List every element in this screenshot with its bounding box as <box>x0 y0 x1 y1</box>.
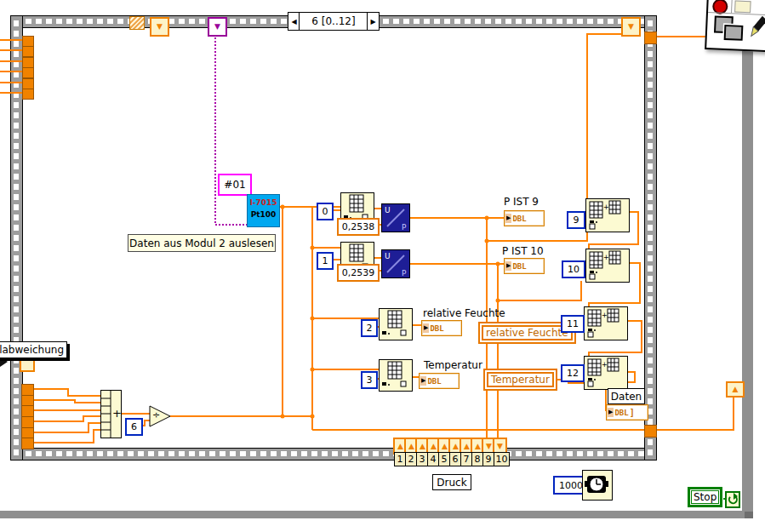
arrow-down-icon: ▼ <box>157 23 163 31</box>
arrow-up-icon: ▲ <box>464 443 470 450</box>
replace-array-node-11[interactable]: + <box>584 306 628 340</box>
p-ist-10-label: P IST 10 <box>502 245 544 257</box>
play-icon: ▶ <box>505 261 511 271</box>
p-ist-9-indicator[interactable]: ▶DBL <box>504 210 545 226</box>
arrow-up-icon: ▲ <box>453 443 459 450</box>
continue-arrow-icon <box>725 491 740 508</box>
arrow-up-icon: ▲ <box>431 443 437 450</box>
replace-index-constant-12[interactable]: 12 <box>561 364 585 382</box>
add-icon: + <box>112 407 122 420</box>
left-input-tunnel-3[interactable] <box>21 405 34 417</box>
index-constant-1[interactable]: 1 <box>317 252 334 270</box>
prev-icon: ◀ <box>291 18 296 26</box>
replace-array-icon: + <box>585 307 625 338</box>
module-name: I-7015 <box>248 197 279 209</box>
watch-icon <box>583 471 610 498</box>
set-color-tool-icon[interactable] <box>750 15 765 42</box>
i7015-module-node[interactable]: I-7015 Pt100 <box>247 194 280 227</box>
scale-block-0[interactable]: U P <box>381 203 410 236</box>
next-icon: ▶ <box>370 18 375 26</box>
index-array-node-2[interactable] <box>379 308 413 340</box>
play-icon: ▶ <box>608 408 614 417</box>
scale-block-1[interactable]: U P <box>381 249 410 282</box>
daten-label[interactable]: Daten <box>608 388 645 404</box>
svg-text:+: + <box>603 203 609 211</box>
left-tunnel-4[interactable] <box>22 67 34 78</box>
replace-array-node-9[interactable]: + <box>585 198 630 232</box>
svg-text:U: U <box>385 206 391 215</box>
index-array-node-3[interactable] <box>379 359 413 392</box>
replace-index-constant-11[interactable]: 11 <box>561 315 585 333</box>
svg-text:P: P <box>402 269 407 277</box>
arrow-up-icon: ▲ <box>420 443 425 450</box>
svg-text:U: U <box>385 252 391 260</box>
scale-constant-1[interactable]: 0,2539 <box>337 264 380 282</box>
replace-array-node-12[interactable]: + <box>584 356 628 390</box>
shift-register[interactable]: ▲ <box>726 381 745 398</box>
abweichung-label[interactable]: labweichung <box>0 341 67 358</box>
arrow-down-icon: ▼ <box>497 443 503 450</box>
array-sequence-local-tunnel[interactable]: ▼ <box>621 17 641 37</box>
compound-add-node[interactable]: + <box>100 390 122 442</box>
edit-text-tool-icon[interactable] <box>734 0 751 13</box>
index-constant-0[interactable]: 0 <box>317 203 334 220</box>
divisor-constant[interactable]: 6 <box>125 418 143 436</box>
arrow-up-icon: ▲ <box>408 443 414 450</box>
sequence-frame-selector[interactable]: 6 [0..12] <box>299 12 368 31</box>
arrow-down-icon: ▼ <box>628 23 634 31</box>
scale-constant-0[interactable]: 0,2538 <box>337 218 380 236</box>
p-ist-10-indicator[interactable]: ▶DBL <box>504 258 545 274</box>
relative-feuchte-label: relative Feuchte <box>423 307 505 319</box>
replace-array-node-10[interactable]: + <box>585 249 630 283</box>
index-array-icon <box>380 360 410 389</box>
left-tunnel-6[interactable] <box>22 89 34 100</box>
index-constant-3[interactable]: 3 <box>361 371 378 389</box>
arrow-up-icon: ▲ <box>442 443 448 450</box>
module-address-constant[interactable]: #01 <box>218 174 252 196</box>
tunnel-number-5: 5 <box>438 452 450 466</box>
arrow-up-icon: ▲ <box>733 386 739 393</box>
position-select-tool-icon[interactable] <box>712 14 751 49</box>
tunnel-number-3: 3 <box>416 452 428 466</box>
left-tunnel-2[interactable] <box>22 46 34 57</box>
replace-array-icon: + <box>585 357 625 387</box>
sequence-local-down-tunnel[interactable]: ▼ <box>150 17 169 37</box>
right-border-tunnel-bottom[interactable] <box>644 425 657 438</box>
string-sequence-local-tunnel[interactable]: ▼ <box>208 17 227 37</box>
play-icon: ▶ <box>423 323 429 333</box>
tunnel-number-10: 10 <box>494 452 510 466</box>
left-border-tunnel-abweichung[interactable] <box>20 357 35 372</box>
druck-label[interactable]: Druck <box>432 474 471 490</box>
replace-index-constant-10[interactable]: 10 <box>562 260 585 278</box>
replace-index-constant-9[interactable]: 9 <box>567 211 585 229</box>
left-input-tunnel-1[interactable] <box>21 384 34 396</box>
svg-text:+: + <box>602 312 608 319</box>
p-ist-9-label: P IST 9 <box>504 196 539 208</box>
left-input-tunnel-6[interactable] <box>21 438 34 449</box>
module-type: Pt100 <box>248 209 279 221</box>
svg-text:P: P <box>402 223 407 232</box>
right-border-tunnel-top[interactable] <box>644 31 657 44</box>
tunnel-number-1: 1 <box>394 452 406 466</box>
sequence-next-button[interactable]: ▶ <box>367 12 380 31</box>
relative-feuchte-indicator[interactable]: ▶DBL <box>421 320 462 336</box>
divide-node[interactable]: ÷ <box>149 405 172 432</box>
tools-palette-window[interactable] <box>705 0 765 52</box>
temperatur-indicator[interactable]: ▶DBL <box>419 373 460 389</box>
block-diagram-canvas: ◀ 6 [0..12] ▶ ▼ ▼ ▼ ▲ labweichung + 6 ÷ <box>0 0 765 532</box>
local-variable-temperatur[interactable]: Temperatur <box>483 369 557 391</box>
unwired-tunnel[interactable] <box>129 16 145 30</box>
arrow-up-icon: ▲ <box>397 443 403 450</box>
comment-label[interactable]: Daten aus Modul 2 auslesen <box>128 234 276 252</box>
index-constant-2[interactable]: 2 <box>361 319 378 337</box>
stop-button-terminal[interactable]: Stop <box>688 487 722 507</box>
index-array-icon <box>380 309 410 338</box>
daten-array-indicator[interactable]: ▶DBL] <box>606 404 648 420</box>
arrow-down-icon: ▼ <box>214 23 220 31</box>
svg-text:+: + <box>602 361 608 369</box>
tunnel-number-7: 7 <box>460 452 472 466</box>
tunnel-number-6: 6 <box>449 452 461 466</box>
loop-condition-terminal[interactable] <box>725 491 740 512</box>
wait-ms-node[interactable] <box>582 470 613 501</box>
left-input-tunnel-4[interactable] <box>21 416 34 428</box>
